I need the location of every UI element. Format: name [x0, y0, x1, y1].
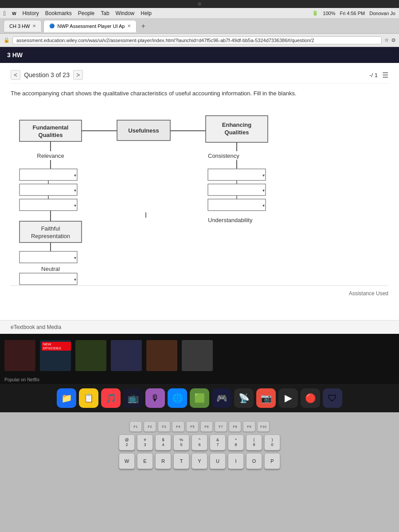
dock-icon-shield[interactable]: 🛡 — [323, 388, 342, 408]
settings-icon[interactable]: ⊙ — [391, 37, 395, 43]
tab-nwp-close[interactable]: ✕ — [127, 23, 131, 28]
dock-icon-music[interactable]: 🎵 — [101, 388, 121, 408]
key-e[interactable]: E — [137, 453, 153, 469]
dropdown-1-arrow: ▾ — [74, 173, 76, 178]
netflix-thumb-3[interactable] — [75, 340, 106, 371]
dropdown-5-box[interactable] — [20, 273, 77, 285]
diagram-svg: Fundamental Qualities Usefulness Enhanci… — [11, 107, 294, 275]
fn-key-row: F1 F2 F3 F4 F5 F6 F7 F8 F9 F10 — [129, 421, 270, 432]
tab-ch3hw-close[interactable]: ✕ — [32, 23, 36, 28]
key-o[interactable]: O — [246, 453, 262, 469]
key-w[interactable]: W — [119, 453, 135, 469]
prev-question-button[interactable]: < — [11, 70, 20, 80]
dock-icon-fortnite[interactable]: 🎮 — [212, 388, 231, 408]
netflix-thumb-5[interactable] — [146, 340, 177, 371]
dropdown-4-box[interactable] — [20, 251, 77, 263]
time-display: Fri 4:56 PM — [340, 11, 365, 16]
menu-help[interactable]: Help — [141, 10, 152, 16]
dropdown-1-box[interactable] — [20, 169, 77, 180]
menu-w[interactable]: w — [12, 10, 16, 16]
netflix-thumb-6[interactable] — [182, 340, 213, 371]
list-icon[interactable]: ☰ — [382, 71, 388, 79]
menu-window[interactable]: Window — [116, 10, 135, 16]
dock-icon-wifi[interactable]: 📡 — [234, 388, 254, 408]
dock: 📁 📋 🎵 📺 🎙 🌐 🟩 🎮 📡 📷 ▶ 🔴 🛡 — [0, 384, 399, 412]
dock-icon-play[interactable]: ▶ — [278, 388, 298, 408]
enhancing-qualities-text2: Qualities — [225, 129, 249, 136]
key-3[interactable]: #3 — [137, 434, 153, 450]
usefulness-label: Usefulness — [128, 127, 159, 134]
key-f9[interactable]: F9 — [243, 421, 255, 432]
address-input[interactable]: assessment.education.wiley.com/was/ui/v2… — [12, 36, 382, 44]
qwerty-key-row: W E R T Y U I O P — [119, 453, 280, 469]
question-number: Question 3 of 23 — [24, 71, 70, 78]
key-4[interactable]: $4 — [155, 434, 171, 450]
tab-favicon: 🔵 — [49, 23, 55, 28]
tab-ch3hw[interactable]: CH 3 HW ✕ — [4, 20, 42, 32]
etextbook-bar: eTextbook and Media — [0, 320, 399, 334]
menu-bookmarks[interactable]: Bookmarks — [45, 10, 72, 16]
r-dropdown-1-arrow: ▾ — [262, 173, 265, 178]
cursor-indicator: I — [145, 211, 147, 219]
dock-icon-podcast[interactable]: 🎙 — [145, 388, 165, 408]
tab-nwp[interactable]: 🔵 NWP Assessment Player UI Ap ✕ — [43, 20, 137, 32]
key-t[interactable]: T — [173, 453, 189, 469]
menu-people[interactable]: People — [78, 10, 94, 16]
key-f10[interactable]: F10 — [257, 421, 270, 432]
key-f6[interactable]: F6 — [200, 421, 213, 432]
dock-icon-tv[interactable]: 📺 — [123, 388, 143, 408]
menubar-items:  w History Bookmarks People Tab Window … — [4, 10, 152, 17]
key-u[interactable]: U — [210, 453, 226, 469]
dock-icon-camera[interactable]: 📷 — [256, 388, 276, 408]
r-dropdown-2-box[interactable] — [208, 184, 266, 196]
key-f2[interactable]: F2 — [144, 421, 156, 432]
dock-icon-record[interactable]: 🔴 — [301, 388, 320, 408]
dropdown-5-arrow: ▾ — [74, 277, 76, 282]
key-f3[interactable]: F3 — [158, 421, 170, 432]
new-tab-button[interactable]: + — [138, 22, 148, 30]
assistance-button[interactable]: Assistance Used — [349, 290, 388, 297]
battery-percent: 100% — [323, 11, 335, 16]
tabbar: CH 3 HW ✕ 🔵 NWP Assessment Player UI Ap … — [0, 19, 399, 34]
consistency-label: Consistency — [208, 153, 239, 159]
key-f8[interactable]: F8 — [229, 421, 241, 432]
netflix-bottom-label: Popular on Netflix — [0, 376, 399, 384]
key-2[interactable]: @2 — [119, 434, 135, 450]
key-6[interactable]: ^6 — [192, 434, 207, 450]
netflix-thumb-1[interactable] — [4, 340, 35, 371]
question-nav: < Question 3 of 23 > — [11, 70, 83, 80]
tab-nwp-label: NWP Assessment Player UI Ap — [57, 23, 125, 29]
menu-apple[interactable]:  — [4, 10, 6, 17]
key-0[interactable]: )0 — [264, 434, 280, 450]
r-dropdown-1-box[interactable] — [208, 169, 266, 180]
key-f5[interactable]: F5 — [186, 421, 199, 432]
dropdown-3-box[interactable] — [20, 199, 77, 211]
dock-icon-finder[interactable]: 📁 — [57, 388, 76, 408]
key-5[interactable]: %5 — [173, 434, 189, 450]
dock-icon-minecraft[interactable]: 🟩 — [190, 388, 209, 408]
key-f4[interactable]: F4 — [172, 421, 184, 432]
menu-tab[interactable]: Tab — [101, 10, 109, 16]
next-question-button[interactable]: > — [73, 70, 83, 80]
key-7[interactable]: &7 — [210, 434, 226, 450]
assistance-bar: Assistance Used — [11, 286, 388, 301]
dock-icon-notes[interactable]: 📋 — [79, 388, 98, 408]
question-header: < Question 3 of 23 > -/ 1 ☰ — [11, 70, 388, 84]
bookmark-icon[interactable]: ☆ — [384, 37, 389, 43]
key-r[interactable]: R — [155, 453, 171, 469]
key-y[interactable]: Y — [192, 453, 207, 469]
r-dropdown-3-box[interactable] — [208, 199, 266, 211]
key-p[interactable]: P — [264, 453, 280, 469]
key-8[interactable]: *8 — [228, 434, 244, 450]
faithful-rep-text2: Representation — [31, 233, 70, 239]
key-f1[interactable]: F1 — [129, 421, 142, 432]
menu-history[interactable]: History — [22, 10, 39, 16]
key-f7[interactable]: F7 — [215, 421, 227, 432]
netflix-thumb-4[interactable] — [111, 340, 142, 371]
dropdown-2-box[interactable] — [20, 184, 77, 196]
dock-icon-safari[interactable]: 🌐 — [168, 388, 187, 408]
etextbook-label[interactable]: eTextbook and Media — [11, 324, 61, 330]
key-9[interactable]: (9 — [246, 434, 262, 450]
new-episodes-badge: NEW EPISODES — [42, 342, 71, 351]
key-i[interactable]: I — [228, 453, 244, 469]
